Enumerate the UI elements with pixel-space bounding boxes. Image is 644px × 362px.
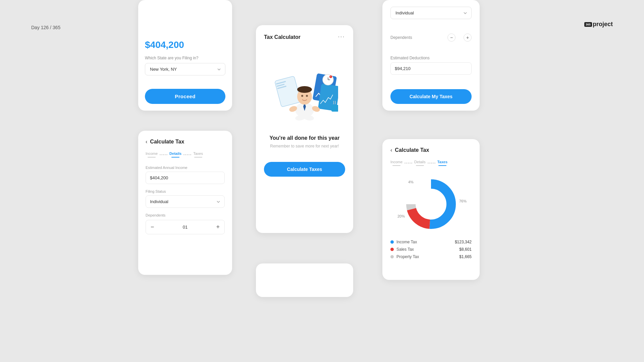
step-income-underline [148,157,156,158]
tr-dep-controls: − + [447,34,472,42]
done-subtitle: Remember to save more for next year! [270,144,339,148]
tax-calculator-title: Tax Calculator [264,34,301,40]
income-tax-dot [390,240,394,244]
step-details-label: Details [169,152,181,156]
step-income[interactable]: Income [146,152,158,158]
chart-legend: Income Tax $123,342 Sales Tax $8,601 Pro… [390,240,472,259]
income-amount: $404,200 [145,40,225,50]
dots-2 [183,154,191,155]
tr-deductions-input[interactable] [390,62,472,75]
card-tax-calculator-done: Tax Calculator ⋮ ! [256,25,353,233]
tr-deductions-label: Estimated Deductions [390,56,472,60]
br-step-income-label: Income [390,160,402,164]
sales-tax-label: Sales Tax [396,247,414,252]
dependents-label: Dependents [146,213,225,217]
legend-income-tax: Income Tax $123,342 [390,240,472,244]
br-step-taxes[interactable]: Taxes [437,160,447,166]
card-br-back-header: ‹ Calculate Tax [390,147,472,153]
card-top-right-form: Individual Married Filing Jointly Marrie… [382,0,480,111]
income-tax-label: Income Tax [396,240,417,244]
svg-point-18 [306,95,308,97]
filing-label: Filing Status [146,189,225,193]
tr-dep-minus-button[interactable]: − [447,34,455,42]
pct-76-label: 76% [459,199,467,203]
card-title: Calculate Tax [150,139,184,145]
br-back-arrow-icon[interactable]: ‹ [390,147,392,153]
donut-wrapper: 4% 76% 20% [401,174,461,234]
property-tax-label: Property Tax [396,254,419,259]
tr-filing-select[interactable]: Individual Married Filing Jointly Marrie… [390,7,472,19]
br-step-details-underline [416,165,424,166]
br-step-income-underline [392,165,400,166]
legend-property-tax: Property Tax $1,665 [390,254,472,259]
day-label: Day 126 / 365 [31,25,60,30]
card-center-header: Tax Calculator ⋮ [264,33,345,41]
dependents-stepper: − 01 + [146,220,225,234]
dep-minus-button[interactable]: − [146,220,159,234]
svg-point-16 [297,86,312,93]
br-step-taxes-label: Taxes [437,160,447,164]
svg-rect-0 [275,76,301,107]
br-dots-1 [405,163,412,164]
property-tax-dot [390,255,394,258]
br-card-title: Calculate Tax [395,147,429,153]
state-filing-label: Which State are you Filing in? [145,56,225,60]
svg-rect-11 [331,105,338,112]
brand-logo: 365 project [584,21,613,28]
card-bottom-center-partial [256,263,353,297]
back-arrow-icon[interactable]: ‹ [146,139,147,145]
property-tax-value: $1,665 [459,254,472,259]
done-illustration: ! [271,55,338,128]
legend-sales-tax: Sales Tax $8,601 [390,247,472,252]
svg-point-17 [301,95,303,97]
br-step-details-label: Details [414,160,426,164]
br-dots-2 [428,163,435,164]
tr-dep-row: Dependents − + [390,34,472,42]
proceed-button[interactable]: Proceed [145,89,225,104]
card-state-filing: $404,200 Which State are you Filing in? … [138,0,232,111]
state-select[interactable]: New York, NY California, CA Texas, TX [145,63,225,75]
tr-dep-label: Dependents [390,35,412,40]
br-step-income[interactable]: Income [390,160,402,166]
income-tax-value: $123,342 [455,240,472,244]
svg-text:!: ! [330,76,331,78]
br-step-taxes-underline [438,165,446,166]
sales-tax-value: $8,601 [459,247,472,252]
sales-tax-dot [390,248,394,251]
brand-365-badge: 365 [584,22,592,27]
calculate-taxes-button[interactable]: Calculate Taxes [264,162,345,177]
more-options-icon[interactable]: ⋮ [337,34,345,41]
stepper-nav: Income Details Taxes [146,152,225,158]
income-label: Estimated Annual Income [146,166,225,170]
step-taxes[interactable]: Taxes [193,152,203,158]
filing-select[interactable]: Individual Married Filing Jointly Marrie… [146,195,225,208]
step-details-underline [171,157,179,158]
pct-4-label: 4% [408,180,414,184]
card-calculate-tax-form: ‹ Calculate Tax Income Details Taxes Est… [138,131,232,275]
dep-plus-button[interactable]: + [211,220,224,234]
br-stepper-nav: Income Details Taxes [390,160,472,166]
donut-chart-container: 4% 76% 20% [390,174,472,234]
step-details[interactable]: Details [169,152,181,158]
dep-value: 01 [159,225,212,230]
step-taxes-label: Taxes [193,152,203,156]
income-input[interactable] [146,172,225,184]
brand-project-text: project [593,21,613,28]
step-taxes-underline [194,157,202,158]
pct-20-label: 20% [397,214,405,218]
br-step-details[interactable]: Details [414,160,426,166]
calc-my-taxes-button[interactable]: Calculate My Taxes [390,89,472,104]
dots-1 [160,154,167,155]
card-back-header: ‹ Calculate Tax [146,139,225,145]
tr-dep-plus-button[interactable]: + [464,34,472,42]
done-title: You're all done for this year [270,135,340,141]
card-bottom-right-chart: ‹ Calculate Tax Income Details Taxes [382,139,480,280]
step-income-label: Income [146,152,158,156]
